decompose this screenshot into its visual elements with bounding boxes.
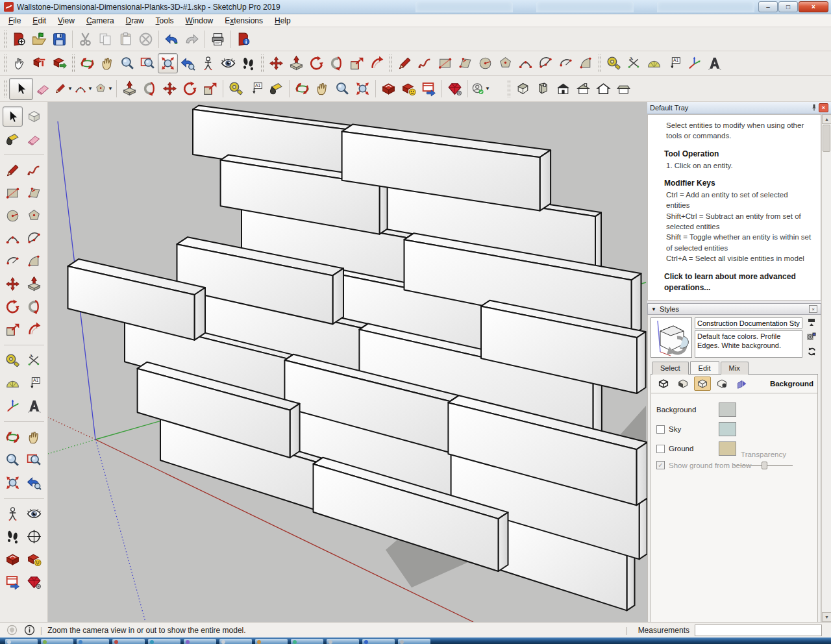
protractor-button[interactable] [3,373,23,393]
arc-2pt-button[interactable]: ▼ [73,79,93,99]
section-compass-button[interactable] [24,526,44,547]
plank[interactable] [290,404,300,458]
position-camera-button[interactable] [198,53,218,73]
redo-button[interactable] [182,29,202,49]
extension-manager-button[interactable] [419,79,439,99]
push-pull-button[interactable] [119,79,140,99]
toolbar-grip[interactable] [4,80,6,97]
face-settings-tab[interactable] [675,377,691,391]
avatar-button[interactable]: ▼ [471,79,491,99]
hand-select-button[interactable] [9,53,29,73]
extension-manager-button[interactable] [3,572,23,592]
tape-measure-button[interactable] [3,351,23,371]
text-button[interactable]: A1 [664,53,684,73]
cut-button[interactable] [75,29,95,49]
ruby-console-button[interactable] [445,79,465,99]
freehand-button[interactable] [415,53,435,73]
close-button[interactable]: × [799,1,828,12]
menu-tools[interactable]: Tools [150,15,180,27]
view-back-button[interactable] [573,79,593,99]
polygon-button[interactable]: ▼ [93,79,114,99]
slider-knob[interactable] [762,462,767,469]
offset-button[interactable] [367,53,387,73]
menu-draw[interactable]: Draw [120,15,150,27]
zoom-button[interactable] [332,79,353,99]
component-1-button[interactable] [29,53,49,73]
push-pull-button[interactable] [286,53,306,73]
rectangle-button[interactable] [3,183,23,203]
eraser-button[interactable] [33,79,53,99]
plank[interactable] [333,268,344,324]
pin-icon[interactable] [809,103,819,112]
previous-view-button[interactable] [24,473,44,493]
offset-button[interactable] [24,319,44,340]
polygon-button[interactable] [495,53,515,73]
plank[interactable] [540,150,551,210]
text-button[interactable]: A1 [24,373,44,393]
save-button[interactable] [49,29,69,49]
paint-bucket-button[interactable] [3,129,23,149]
orbit-button[interactable] [292,79,312,99]
taskbar-item[interactable] [148,639,180,644]
toolbar-grip[interactable] [508,80,510,97]
extension-warehouse-button[interactable] [399,79,419,99]
zoom-extents-button[interactable] [158,53,178,73]
paste-button[interactable] [116,29,136,49]
orbit-button[interactable] [3,427,23,447]
taskbar-item[interactable] [219,639,252,644]
style-description[interactable]: Default face colors. Profile Edges. Whit… [695,330,802,358]
previous-view-button[interactable] [178,53,198,73]
styles-panel-header[interactable]: ▼ Styles × [647,303,821,315]
follow-me-button[interactable] [140,79,160,99]
arc-2pt-dropdown-arrow-icon[interactable]: ▼ [88,86,93,92]
scale-button[interactable] [347,53,367,73]
plank[interactable] [637,332,646,393]
pan-button[interactable] [312,79,332,99]
text-button[interactable]: A1 [246,79,266,99]
menu-window[interactable]: Window [180,15,219,27]
tape-measure-button[interactable] [604,53,624,73]
3d-text-button[interactable] [24,396,44,416]
edge-settings-tab[interactable] [655,377,672,391]
toolbar-grip[interactable] [4,31,6,48]
new-button[interactable] [9,29,29,49]
plank[interactable] [499,512,508,571]
axes-button[interactable] [684,53,704,73]
scale-button[interactable] [200,79,220,99]
walk-button[interactable] [238,53,258,73]
view-right-button[interactable] [614,79,634,99]
line-button[interactable]: ▼ [53,79,73,99]
push-pull-button[interactable] [24,274,44,294]
background-color-swatch[interactable] [719,402,736,417]
taskbar-item[interactable] [41,639,73,644]
view-left-button[interactable] [593,79,614,99]
arc-2pt-button[interactable] [515,53,536,73]
axes-button[interactable] [3,396,23,416]
zoom-extents-button[interactable] [3,473,23,493]
scale-button[interactable] [3,319,23,340]
line-button[interactable] [395,53,415,73]
ruby-console-button[interactable] [24,572,44,592]
circle-button[interactable] [475,53,495,73]
taskbar-item[interactable] [5,639,38,644]
taskbar-item[interactable] [291,639,323,644]
pie-button[interactable] [24,229,44,249]
line-dropdown-arrow-icon[interactable]: ▼ [68,86,73,92]
circle-button[interactable] [3,206,23,226]
toolbar-grip[interactable] [72,55,75,72]
plank[interactable] [595,212,601,271]
move-button[interactable] [266,53,286,73]
orbit-button[interactable] [77,53,97,73]
geolocation-icon[interactable] [6,625,18,636]
toolbar-grip[interactable] [599,55,601,72]
avatar-dropdown-arrow-icon[interactable]: ▼ [485,86,490,92]
scroll-up-icon[interactable]: ▲ [822,114,831,124]
menu-help[interactable]: Help [269,15,297,27]
extension-warehouse-button[interactable] [24,549,44,569]
tab-select[interactable]: Select [652,362,689,375]
undo-button[interactable] [162,29,182,49]
dimension-button[interactable]: 3 [624,53,644,73]
background-window-tab[interactable] [536,1,634,12]
rotate-button[interactable] [3,297,23,317]
component-2-button[interactable] [49,53,69,73]
